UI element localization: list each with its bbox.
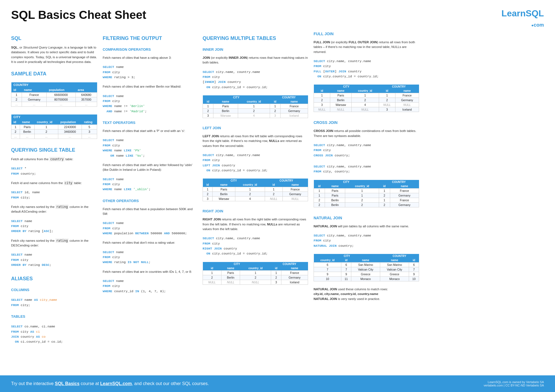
text-ops-code1: SELECT name FROM city WHERE name LIKE 'P… <box>103 138 197 158</box>
logo-sql: SQL <box>526 8 544 18</box>
full-join-result-table: CITY COUNTRY idnamecountry_ididname 1Par… <box>314 85 419 112</box>
full-join-code: SELECT city.name, country.name FROM city… <box>314 59 419 79</box>
sort-desc-desc: Fetch city names sorted by the rating co… <box>11 238 97 248</box>
footer-sql-basics-link[interactable]: SQL Basics <box>55 381 80 386</box>
page-title: SQL Basics Cheat Sheet <box>11 8 146 22</box>
sort-asc-code: SELECT name FROM city ORDER BY rating [A… <box>11 219 97 234</box>
country-table-container: COUNTRY idnamepopulationarea 1France6660… <box>11 81 97 108</box>
other-ops-desc2: Fetch names of cities that don't miss a … <box>103 240 197 245</box>
other-ops-desc3: Fetch names of cities that are in countr… <box>103 269 197 274</box>
column-4: FULL JOIN FULL JOIN (or explicitly FULL … <box>314 32 419 370</box>
right-join-code: SELECT city.name, country.name FROM city… <box>203 236 308 256</box>
column-3: QUERYING MULTIPLE TABLES INNER JOIN JOIN… <box>203 32 308 370</box>
text-ops-desc2: Fetch names of cities that start with an… <box>103 163 197 172</box>
other-ops-desc1: Fetch names of cities that have a popula… <box>103 207 197 217</box>
comparison-code2: SELECT name FROM city WHERE name != 'Ber… <box>103 94 197 114</box>
comparison-title: COMPARISON OPERATORS <box>103 47 197 52</box>
natural-join-desc: NATURAL JOIN will join tables by all col… <box>314 224 419 229</box>
logo-learn: Learn <box>501 8 526 18</box>
logo: LearnSQL ●com <box>501 8 544 29</box>
cross-join-code2: SELECT city.name, country.name FROM city… <box>314 164 419 174</box>
page: SQL Basics Cheat Sheet LearnSQL ●com SQL… <box>0 0 555 392</box>
text-ops-code2: SELECT name FROM city WHERE name LIKE '_… <box>103 177 197 192</box>
cross-join-result-table: CITY COUNTRY idnamecountry_ididname 1Par… <box>314 180 419 207</box>
natural-join-note: NATURAL JOIN used these columns to match… <box>314 287 419 301</box>
columns-alias-code: SELECT name AS city_name FROM city; <box>11 297 97 308</box>
left-join-code: SELECT city.name, country.name FROM city… <box>203 153 308 173</box>
fetch-id-name-code: SELECT id, name FROM city; <box>11 190 97 200</box>
tables-alias-code: SELECT co.name, ci.name FROM city AS ci … <box>11 324 97 345</box>
comparison-desc2: Fetch names of cities that are neither B… <box>103 84 197 89</box>
filtering-title: FILTERING THE OUTPUT <box>103 35 197 41</box>
inner-join-code: SELECT city.name, country.name FROM city… <box>203 70 308 90</box>
cross-join-code1: SELECT city.name, country.name FROM city… <box>314 143 419 158</box>
fetch-all-code: SELECT * FROM country; <box>11 166 97 176</box>
sort-desc-code: SELECT name FROM city ORDER BY rating DE… <box>11 252 97 268</box>
fetch-id-name-desc: Fetch id and name columns from the city … <box>11 181 97 185</box>
natural-join-title: NATURAL JOIN <box>314 216 419 220</box>
footer: Try out the interactive SQL Basics cours… <box>0 375 555 392</box>
left-join-title: LEFT JOIN <box>203 126 308 130</box>
right-join-desc: RIGHT JOIN returns all rows from the rig… <box>203 217 308 231</box>
text-ops-desc1: Fetch names of cities that start with a … <box>103 129 197 133</box>
sample-data-title: SAMPLE DATA <box>11 71 97 77</box>
right-join-result-table: CITY COUNTRY idnamecountry_ididname 1Par… <box>203 262 308 285</box>
natural-join-code: SELECT city.name, country.name FROM city… <box>314 233 419 248</box>
other-ops-title: OTHER OPERATORS <box>103 199 197 203</box>
other-ops-code3: SELECT name FROM city WHERE country_id I… <box>103 279 197 294</box>
main-content: SQL SQL, or Structured Query Language, i… <box>0 32 555 370</box>
inner-join-title: INNER JOIN <box>203 47 308 52</box>
inner-join-result-table: CITY COUNTRY idnamecountry_ididname 1Par… <box>203 95 308 118</box>
text-ops-title: TEXT OPERATORS <box>103 121 197 125</box>
full-join-title: FULL JOIN <box>314 32 419 36</box>
full-join-desc: FULL JOIN (or explicitly FULL OUTER JOIN… <box>314 40 419 54</box>
columns-subtitle: COLUMNS <box>11 288 97 292</box>
fetch-all-desc: Fetch all columns from the country table… <box>11 157 97 162</box>
sort-asc-desc: Fetch city names sorted by the rating co… <box>11 205 97 214</box>
footer-main-text: Try out the interactive SQL Basics cours… <box>11 381 209 386</box>
footer-license: vertabelo.com | CC BY-NC-ND Vertabelo SA <box>484 384 544 387</box>
other-ops-code2: SELECT name FROM city WHERE rating IS NO… <box>103 250 197 265</box>
sql-section-title: SQL <box>11 35 97 41</box>
left-join-desc: LEFT JOIN returns all rows from the left… <box>203 134 308 148</box>
city-sample-table: CITY idnamecountry_idpopulationrating 1P… <box>11 114 97 139</box>
comparison-desc1: Fetch names of cities that have a rating… <box>103 55 197 60</box>
column-2: FILTERING THE OUTPUT COMPARISON OPERATOR… <box>103 32 197 370</box>
footer-right-text: LearnSQL.com is owned by Vertabelo SA ve… <box>484 380 544 387</box>
sql-intro-text: SQL, or Structured Query Language, is a … <box>11 45 97 64</box>
country-sample-table: COUNTRY idnamepopulationarea 1France6660… <box>11 82 97 107</box>
footer-learnsql-link[interactable]: LearnSQL.com <box>100 381 132 386</box>
logo-dot: ● <box>531 23 534 27</box>
other-ops-code1: SELECT name FROM city WHERE population B… <box>103 221 197 236</box>
cross-join-desc: CROSS JOIN returns all possible combinat… <box>314 129 419 138</box>
header: SQL Basics Cheat Sheet LearnSQL ●com <box>0 0 555 32</box>
city-table-container: CITY idnamecountry_idpopulationrating 1P… <box>11 113 97 141</box>
right-join-title: RIGHT JOIN <box>203 209 308 213</box>
querying-single-title: QUERYING SINGLE TABLE <box>11 147 97 153</box>
cross-join-title: CROSS JOIN <box>314 120 419 125</box>
aliases-title: ALIASES <box>11 276 97 282</box>
footer-company: LearnSQL.com is owned by Vertabelo SA <box>484 380 544 384</box>
tables-subtitle: TABLES <box>11 314 97 319</box>
comparison-code1: SELECT name FROM city WHERE rating > 3; <box>103 65 197 80</box>
column-1: SQL SQL, or Structured Query Language, i… <box>11 32 97 370</box>
querying-multi-title: QUERYING MULTIPLE TABLES <box>203 35 308 41</box>
left-join-result-table: CITY COUNTRY idnamecountry_ididname 1Par… <box>203 179 308 201</box>
natural-join-result-table: CITY COUNTRY country_ididnamenameid 66Sa… <box>314 254 419 281</box>
inner-join-desc: JOIN (or explicitly INNER JOIN) returns … <box>203 55 308 65</box>
logo-com: com <box>534 22 544 28</box>
